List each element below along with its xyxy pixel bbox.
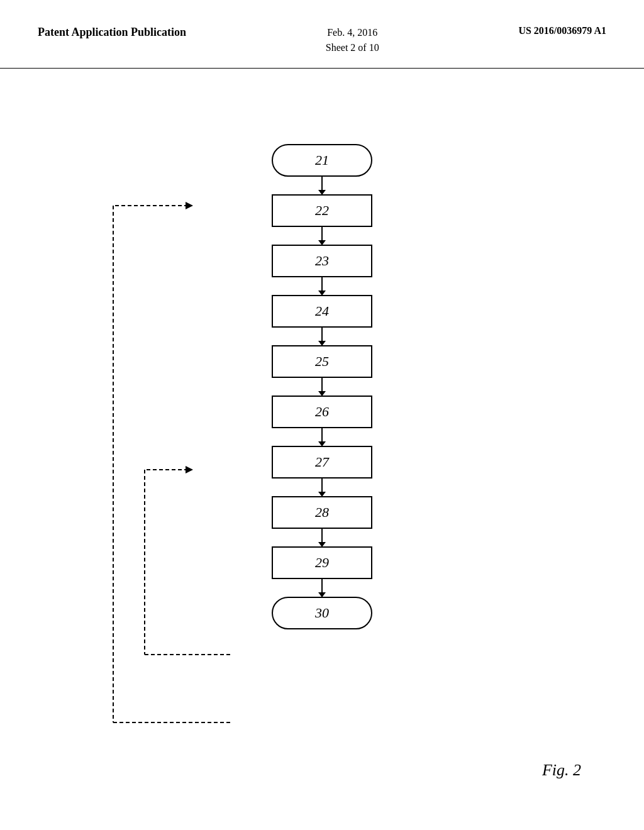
arrow-25-26 [321,378,323,396]
flow-box-21: 21 [272,144,372,177]
arrow-24-25 [321,328,323,345]
box-label-24: 24 [315,303,329,319]
flow-item-24: 24 [272,295,372,345]
flow-item-27: 27 [272,446,372,496]
sheet-info: Sheet 2 of 10 [326,42,379,53]
flowchart: 21 22 23 24 25 [272,144,372,629]
flow-item-21: 21 [272,144,372,194]
publication-title: Patent Application Publication [38,25,186,40]
flow-box-30: 30 [272,597,372,629]
box-label-23: 23 [315,253,329,269]
box-label-26: 26 [315,404,329,420]
box-label-30: 30 [315,605,329,621]
flow-box-25: 25 [272,345,372,378]
arrow-23-24 [321,277,323,295]
flow-item-30: 30 [272,597,372,629]
box-label-25: 25 [315,353,329,370]
box-label-22: 22 [315,202,329,219]
box-label-28: 28 [315,504,329,521]
flow-item-22: 22 [272,194,372,245]
flow-box-26: 26 [272,396,372,428]
flow-box-29: 29 [272,546,372,579]
box-label-27: 27 [315,454,329,470]
flow-box-24: 24 [272,295,372,328]
publication-date-sheet: Feb. 4, 2016 Sheet 2 of 10 [326,25,379,55]
arrow-28-29 [321,529,323,546]
arrow-29-30 [321,579,323,597]
patent-number: US 2016/0036979 A1 [518,25,606,36]
diagram-area: 21 22 23 24 25 [0,69,644,629]
svg-marker-7 [186,466,193,473]
arrow-21-22 [321,177,323,194]
box-label-29: 29 [315,555,329,571]
flow-item-29: 29 [272,546,372,597]
flow-box-23: 23 [272,245,372,277]
flow-item-28: 28 [272,496,372,546]
flow-item-23: 23 [272,245,372,295]
arrow-27-28 [321,479,323,496]
arrow-22-23 [321,227,323,245]
publication-date: Feb. 4, 2016 [327,27,377,38]
svg-marker-3 [186,202,193,209]
box-label-21: 21 [315,152,329,169]
figure-label: Fig. 2 [542,761,581,780]
flow-item-25: 25 [272,345,372,396]
flow-box-28: 28 [272,496,372,529]
flow-box-27: 27 [272,446,372,479]
arrow-26-27 [321,428,323,446]
page-header: Patent Application Publication Feb. 4, 2… [0,0,644,69]
flow-item-26: 26 [272,396,372,446]
flow-box-22: 22 [272,194,372,227]
